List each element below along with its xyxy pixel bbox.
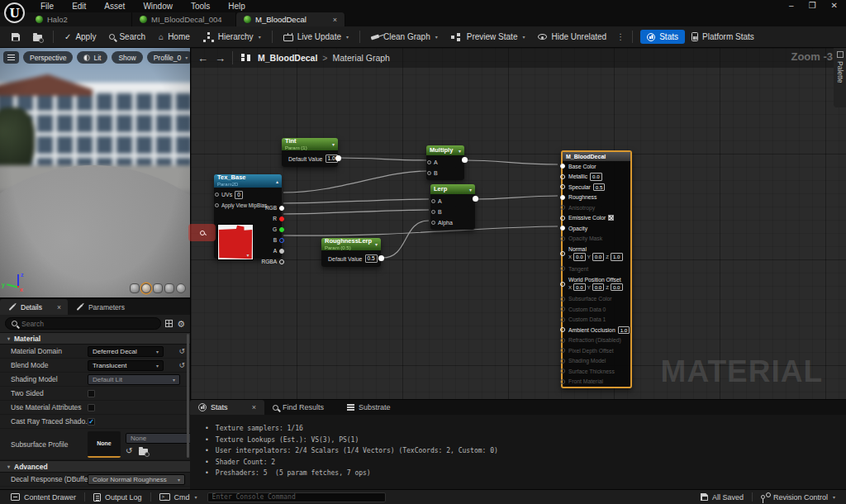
tab-mi-blooddecal-004[interactable]: MI_BloodDecal_004 <box>132 12 236 26</box>
palette-side-tab[interactable]: Palette <box>834 48 846 107</box>
pin-icon[interactable] <box>560 195 565 200</box>
cast-ray-traced-shadows-checkbox[interactable]: ✓ <box>88 418 95 426</box>
decal-response-dropdown[interactable]: Color Normal Roughness▾ <box>88 474 185 485</box>
forward-arrow-icon[interactable]: → <box>215 52 226 64</box>
menu-item[interactable]: Edit <box>63 2 95 11</box>
pin-icon[interactable] <box>560 174 565 179</box>
tab-parameters[interactable]: Parameters <box>68 299 131 315</box>
pin-icon[interactable] <box>560 282 565 287</box>
result-pin-row[interactable]: Custom Data 1 X Y Z <box>563 315 630 326</box>
pin-icon[interactable] <box>560 205 565 210</box>
output-pin[interactable] <box>279 259 284 264</box>
stats-toggle-button[interactable]: Stats <box>640 30 685 44</box>
node-tex-base[interactable]: Tex_Base Param2D ▴ UVs 0 Apply View MipB… <box>214 174 282 259</box>
gear-icon[interactable]: ⚙ <box>177 320 185 328</box>
input-pin[interactable] <box>427 171 431 175</box>
shading-model-dropdown[interactable]: Default Lit▾ <box>88 374 180 385</box>
tab-m-blooddecal[interactable]: M_BloodDecal × <box>236 12 345 26</box>
result-pin-row[interactable]: Surface Thickness X Y Z <box>563 366 630 377</box>
result-pin-row[interactable]: Emissive Color X Y Z <box>563 213 630 224</box>
material-domain-dropdown[interactable]: Deferred Decal▾ <box>88 346 164 357</box>
tab-details[interactable]: Details × <box>0 299 68 315</box>
result-pin-row[interactable]: Subsurface Color X Y Z <box>563 294 630 305</box>
section-material[interactable]: ▾ Material <box>0 332 190 345</box>
input-pin[interactable] <box>215 193 219 197</box>
minimize-button[interactable]: – <box>789 1 794 10</box>
tab-close-icon[interactable]: × <box>57 303 61 311</box>
use-selected-asset-icon[interactable]: ↺ <box>126 446 132 455</box>
vector-z-box[interactable]: 0.0 <box>611 283 623 292</box>
display-filter-icon[interactable] <box>165 320 173 327</box>
result-pin-row[interactable]: Opacity X Y Z <box>563 223 630 234</box>
result-pin-row[interactable]: Anisotropy X Y Z <box>563 202 630 213</box>
result-pin-row[interactable]: Refraction (Disabled) X Y Z <box>563 335 630 346</box>
maximize-button[interactable]: ❐ <box>809 1 816 10</box>
pin-icon[interactable] <box>560 236 565 241</box>
result-pin-row[interactable]: Pixel Depth Offset X Y Z <box>563 345 630 356</box>
output-pin[interactable] <box>473 196 478 202</box>
node-lerp[interactable]: Lerp ▾ A B Alp <box>430 184 475 230</box>
chevron-down-icon[interactable]: ▾ <box>214 252 282 259</box>
output-log-button[interactable]: Output Log <box>87 490 149 504</box>
search-button[interactable]: Search <box>102 30 152 44</box>
browse-to-asset-icon[interactable] <box>139 449 148 455</box>
details-search-box[interactable] <box>5 317 161 330</box>
tab-find-results[interactable]: Find Results <box>264 400 339 415</box>
pin-icon[interactable] <box>560 226 565 231</box>
vector-x-box[interactable]: 0.0 <box>573 253 586 261</box>
reset-to-default-icon[interactable]: ↺ <box>178 361 185 369</box>
tab-substrate[interactable]: Substrate <box>339 400 413 415</box>
pin-icon[interactable] <box>560 327 565 332</box>
all-saved-button[interactable]: All Saved <box>694 490 750 504</box>
preview-state-button[interactable]: Preview State▾ <box>444 30 532 44</box>
content-drawer-button[interactable]: Content Drawer <box>4 490 83 504</box>
tab-halo2[interactable]: Halo2 <box>28 12 132 26</box>
plane-preview-button[interactable] <box>153 283 163 293</box>
platform-stats-button[interactable]: Platform Stats <box>685 30 761 44</box>
pin-icon[interactable] <box>560 216 565 221</box>
menu-item[interactable]: Help <box>219 2 254 11</box>
cube-preview-button[interactable] <box>164 283 174 293</box>
sphere-preview-button[interactable] <box>141 283 151 293</box>
close-button[interactable]: ✕ <box>831 1 838 10</box>
input-pin[interactable] <box>427 160 431 164</box>
viewport-menu-button[interactable] <box>3 51 19 64</box>
profile-dropdown[interactable]: Profile_0▾ <box>147 51 190 64</box>
pin-icon[interactable] <box>560 359 565 364</box>
section-advanced[interactable]: ▾ Advanced <box>0 460 190 473</box>
chevron-down-icon[interactable]: ▾ <box>375 241 378 247</box>
home-button[interactable]: ⌂Home <box>152 30 197 44</box>
apply-button[interactable]: ✓Apply <box>58 30 102 44</box>
clean-graph-button[interactable]: Clean Graph▾ <box>364 30 444 44</box>
menu-item[interactable]: Window <box>134 2 182 11</box>
pin-icon[interactable] <box>560 307 565 311</box>
input-pin[interactable] <box>431 199 435 203</box>
details-search-input[interactable] <box>21 320 154 328</box>
node-multiply[interactable]: Multiply ▾ A B <box>426 145 464 180</box>
tab-stats[interactable]: Stats × <box>190 400 264 415</box>
pin-icon[interactable] <box>560 338 565 343</box>
pin-icon[interactable] <box>560 266 565 271</box>
pin-icon[interactable] <box>560 317 565 322</box>
menu-item[interactable]: Asset <box>95 2 134 11</box>
show-button[interactable]: Show <box>112 51 142 64</box>
hierarchy-button[interactable]: Hierarchy▾ <box>197 29 268 45</box>
result-pin-row[interactable]: Metallic 0.0 X Y Z <box>563 172 630 183</box>
result-pin-row[interactable]: Ambient Occlusion 1.0 X Y Z <box>563 325 630 335</box>
chevron-down-icon[interactable]: ▾ <box>459 148 461 154</box>
pin-icon[interactable] <box>560 368 565 373</box>
chevron-down-icon[interactable]: ▾ <box>332 141 335 147</box>
console-command-input[interactable] <box>212 493 381 501</box>
emissive-swatch-icon[interactable] <box>608 215 614 221</box>
vector-z-box[interactable]: 1.0 <box>611 253 623 261</box>
pin-value-box[interactable]: 1.0 <box>618 326 630 335</box>
browse-to-asset-button[interactable] <box>26 31 49 44</box>
output-pin[interactable] <box>279 227 284 232</box>
unreal-logo-icon[interactable]: U <box>4 2 25 23</box>
pin-icon[interactable] <box>560 184 565 189</box>
chevron-down-icon[interactable]: ▾ <box>469 187 472 193</box>
input-pin[interactable] <box>431 221 435 225</box>
details-scrollbar[interactable] <box>187 334 189 458</box>
live-update-button[interactable]: Live Update▾ <box>277 30 355 44</box>
vector-x-box[interactable]: 0.0 <box>573 283 586 292</box>
